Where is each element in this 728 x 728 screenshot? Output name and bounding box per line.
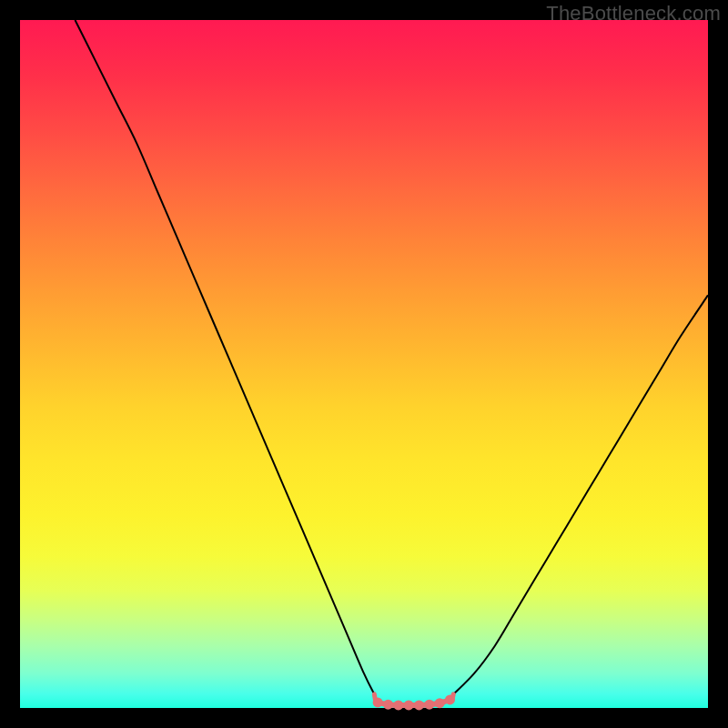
- floor-dot: [435, 698, 445, 708]
- floor-dot: [404, 700, 414, 710]
- left-branch-curve: [75, 20, 374, 694]
- floor-dot: [383, 700, 393, 710]
- floor-dot: [424, 700, 434, 710]
- chart-svg: [20, 20, 708, 708]
- floor-dot: [414, 700, 424, 710]
- right-branch-curve: [453, 295, 708, 693]
- chart-frame: TheBottleneck.com: [0, 0, 728, 728]
- plot-area: [20, 20, 708, 708]
- watermark-text: TheBottleneck.com: [546, 2, 721, 25]
- floor-dot: [393, 700, 403, 710]
- floor-dots-group: [373, 694, 455, 711]
- floor-dot: [373, 697, 383, 707]
